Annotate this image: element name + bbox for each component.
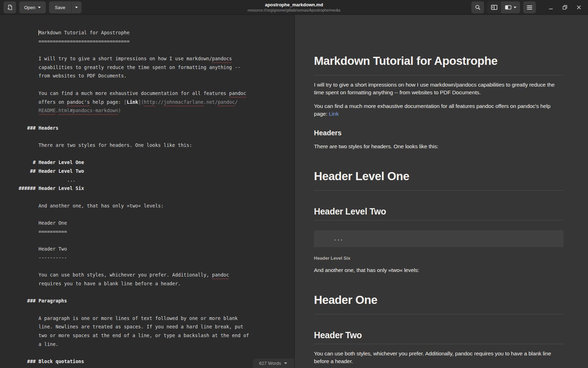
editor-text-segment: ================================ <box>38 39 130 44</box>
editor-line[interactable] <box>38 236 294 245</box>
editor-text-segment: html#pandocs-markdown <box>58 108 118 113</box>
editor-line[interactable]: line. Newlines are treated as spaces. If… <box>38 322 294 331</box>
chevron-down-icon <box>38 6 41 8</box>
editor-line[interactable]: ================================ <box>38 37 294 46</box>
editor-line[interactable] <box>38 288 294 297</box>
editor-line[interactable]: from websites to PDF Documents. <box>38 71 294 80</box>
menu-icon <box>527 5 532 10</box>
editor-text-segment: pandoc <box>229 90 246 96</box>
editor-line[interactable] <box>38 210 294 219</box>
editor-text-segment: two or more spaces at the end of a line,… <box>38 333 249 338</box>
editor-text-segment: Header Level Six <box>38 185 84 191</box>
editor-line[interactable]: ###Paragraphs <box>38 297 294 305</box>
split-view-button[interactable] <box>487 1 501 13</box>
editor-text-segment: capabilities to greatly reduce the time … <box>38 64 240 70</box>
editor-line[interactable] <box>38 80 294 89</box>
preview-mode-button[interactable] <box>501 1 520 13</box>
preview-link[interactable]: Link <box>329 111 339 117</box>
editor-text-segment: Paragraphs <box>38 298 67 304</box>
md-hash-marks: ###### <box>19 184 36 193</box>
preview-h2: Header Level Two <box>314 206 564 217</box>
minimize-button[interactable] <box>545 2 556 13</box>
editor-line[interactable]: There are two styles for headers. One lo… <box>38 141 294 150</box>
editor-text-segment: ... <box>38 177 76 183</box>
editor-line[interactable] <box>38 305 294 314</box>
preview-rule <box>314 190 564 191</box>
editor-text-segment: There are two styles for headers. One lo… <box>38 142 192 148</box>
document-path: resource:///org/gnome/gitlab/somas/Apost… <box>248 8 341 12</box>
editor-line[interactable]: Markdown Tutorial for Apostrophe <box>38 28 294 37</box>
editor-line[interactable]: a line. <box>38 340 294 349</box>
editor-line[interactable]: #Header Level One <box>38 158 294 167</box>
editor-text-segment: Block quotations <box>38 359 84 364</box>
search-button[interactable] <box>471 1 484 13</box>
editor-line[interactable]: ##Header Level Two <box>38 167 294 176</box>
editor-line[interactable] <box>38 115 294 124</box>
editor-text-segment: . <box>56 108 58 113</box>
editor-line[interactable]: You can find a much more exhaustive docu… <box>38 89 294 98</box>
editor-line[interactable]: README.html#pandocs-markdown) <box>38 106 294 115</box>
word-count-button[interactable]: 627 Words <box>253 359 294 368</box>
window-title-area: apostrophe_markdown.md resource:///org/g… <box>248 1 341 12</box>
editor-text-segment: Markdown Tutorial for Apostrophe <box>38 30 130 35</box>
editor-line[interactable]: Header Two <box>38 245 294 253</box>
editor-line[interactable] <box>38 132 294 141</box>
md-hash-marks: ### <box>27 124 36 132</box>
save-button[interactable]: Save <box>49 1 71 13</box>
editor-line[interactable]: ---------- <box>38 253 294 262</box>
editor-line[interactable]: ... <box>38 176 294 184</box>
editor-text-segment: Header Level Two <box>38 168 84 174</box>
editor-line[interactable] <box>38 150 294 158</box>
editor-text-segment: You can use both styles, whichever you p… <box>38 272 212 278</box>
editor-text-segment: README <box>38 108 56 113</box>
editor-line[interactable]: I will try to give a short impressions o… <box>38 54 294 63</box>
editor-text-segment: a line. <box>38 341 58 347</box>
editor-text-segment: requires you to have a blank line before… <box>38 281 181 286</box>
editor-line[interactable]: ###Headers <box>38 124 294 132</box>
app-window: Open Save apostrophe_markdown.md resourc… <box>0 0 588 368</box>
markdown-editor[interactable]: Markdown Tutorial for Apostrophe========… <box>0 15 294 368</box>
md-hash-marks: ## <box>30 167 36 176</box>
editor-line[interactable]: You can use both styles, whichever you p… <box>38 271 294 279</box>
editor-text-segment: http <box>144 99 155 105</box>
preview-content: Markdown Tutorial for ApostropheI will t… <box>295 15 588 368</box>
editor-line[interactable] <box>38 348 294 357</box>
md-hash-marks: # <box>33 158 36 167</box>
editor-text-segment: pandocs <box>212 56 232 61</box>
editor-line[interactable]: requires you to have a blank line before… <box>38 279 294 288</box>
open-button[interactable]: Open <box>19 1 46 13</box>
editor-text-segment: Headers <box>38 125 58 131</box>
editor-line[interactable]: capabilities to greatly reduce the time … <box>38 63 294 72</box>
chevron-down-icon <box>513 6 517 8</box>
preview-p: And another one, that has only »two« lev… <box>314 266 564 274</box>
preview-p: There are two styles for headers. One lo… <box>314 143 564 151</box>
editor-line[interactable] <box>38 262 294 271</box>
editor-text-segment: Link <box>127 99 138 105</box>
editor-text-segment: Header Level One <box>38 159 84 165</box>
open-button-label: Open <box>24 5 35 10</box>
chevron-down-icon <box>75 6 78 8</box>
restore-icon <box>562 5 567 10</box>
save-options-button[interactable] <box>71 1 82 13</box>
editor-line[interactable]: Header One <box>38 219 294 227</box>
new-document-button[interactable] <box>4 1 16 13</box>
preview-rule <box>314 314 564 314</box>
editor-line[interactable]: And another one, that has only »two« lev… <box>38 202 294 210</box>
restore-button[interactable] <box>559 2 570 13</box>
editor-line[interactable]: ######Header Level Six <box>38 184 294 193</box>
preview-code: ... <box>314 230 564 247</box>
close-button[interactable] <box>573 2 584 13</box>
editor-line[interactable]: offers on pandoc's help page: [Link](htt… <box>38 98 294 107</box>
editor-text-segment: ) <box>118 108 121 113</box>
main-menu-button[interactable] <box>523 1 536 13</box>
preview-h3: Headers <box>314 129 564 137</box>
titlebar-left: Open Save <box>4 1 85 13</box>
search-icon <box>475 5 481 10</box>
editor-text-segment: A paragraph is one or more lines of text… <box>38 315 238 321</box>
document-title: apostrophe_markdown.md <box>248 1 341 7</box>
editor-line[interactable] <box>38 46 294 54</box>
editor-line[interactable]: two or more spaces at the end of a line,… <box>38 331 294 340</box>
editor-line[interactable]: ========== <box>38 227 294 236</box>
editor-line[interactable] <box>38 193 294 202</box>
editor-line[interactable]: A paragraph is one or more lines of text… <box>38 314 294 323</box>
